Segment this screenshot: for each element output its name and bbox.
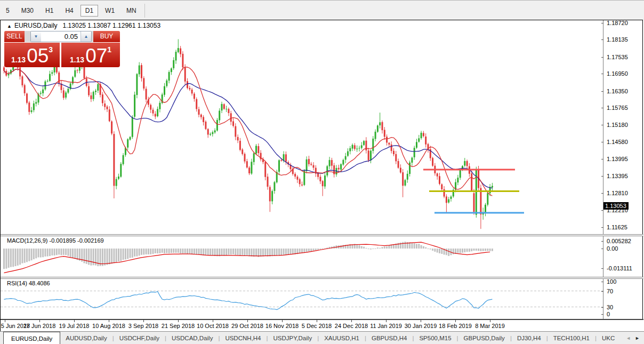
price-axis-tick [601,125,603,125]
chart-tab-eurusd[interactable]: EURUSD,Daily [3,332,60,344]
tab-scroll-right-icon[interactable]: ► [633,335,642,341]
candle-body [308,159,310,164]
candle-body [324,175,326,187]
macd-bar [448,249,449,256]
macd-bar [303,249,305,252]
candle-body [347,151,349,156]
candle-body [173,60,174,68]
candle-body [182,54,183,67]
timeframe-button-h4[interactable]: H4 [60,5,78,17]
chart-tab-ukc[interactable]: UKC [597,332,620,344]
date-axis-label: 16 Nov 2018 [265,323,299,329]
rsi-panel[interactable] [1,279,603,319]
candle-body [313,165,315,168]
candle-body [345,156,347,160]
date-axis-label: 8 Mar 2019 [475,323,505,329]
volume-increase-icon[interactable]: ▲ [80,31,91,42]
chart-tab-gbpusd[interactable]: GBPUSD,Daily [458,332,510,344]
candle-body [102,94,103,103]
candle-body [184,68,186,82]
macd-bar [460,249,461,253]
candle-body [54,67,55,73]
candle-body [349,148,351,151]
date-axis-label: 27 Jun 2018 [23,323,56,329]
buy-button[interactable]: BUY [93,31,120,42]
volume-input[interactable]: 0.05 [41,31,80,42]
candle-body [178,48,179,52]
candle-body [116,179,117,186]
macd-bar [173,249,174,253]
macd-bar [370,249,372,250]
candle-body [120,164,122,177]
candle-body [132,117,133,137]
macd-bar [84,249,85,263]
price-axis-tick [601,57,603,58]
chart-tab-usdcnh[interactable]: USDCNH,H4 [220,332,266,344]
macd-bar [482,249,484,251]
chart-tab-usdcad[interactable]: USDCAD,Daily [166,332,218,344]
macd-bar [434,249,436,252]
timeframe-button-mn[interactable]: MN [122,5,141,17]
candle-body [294,174,296,177]
buy-price-button[interactable]: 1.13 07 1 [61,43,120,67]
price-axis-label: 1.16350 [607,88,628,94]
price-axis-label: 1.13995 [607,156,628,162]
macd-bar [200,249,202,255]
macd-bar [3,249,5,269]
candle-body [269,187,271,202]
candle-body [257,146,259,153]
macd-bar [340,245,342,249]
collapse-icon[interactable]: ▲ [7,23,12,29]
chart-tab-dj30[interactable]: DJ30,H4 [512,332,546,344]
volume-stepper: ▼ 0.05 ▲ [30,31,92,42]
candle-body [471,173,472,190]
macd-bar [235,249,236,255]
candle-body [150,105,151,110]
candle-body [361,145,363,148]
chart-tab-tech100[interactable]: TECH100,H1 [548,332,595,344]
macd-bar [175,249,177,253]
chart-tab-xauusd[interactable]: XAUUSD,H1 [319,332,365,344]
candle-body [356,149,358,149]
chart-tab-usdjpy[interactable]: USDJPY,Daily [268,332,317,344]
candle-body [157,109,158,116]
macd-bar [262,249,264,257]
timeframe-button-h1[interactable]: H1 [41,5,58,17]
candle-body [118,177,119,179]
sell-price-button[interactable]: 1.13 05 3 [4,43,60,67]
sell-button[interactable]: SELL [4,31,25,42]
trade-prices-row: 1.13 05 3 1.13 07 1 [4,43,120,67]
candle-body [241,149,243,154]
candle-body [460,170,461,178]
timeframe-button-5[interactable]: 5 [1,5,14,17]
macd-bar [74,249,76,259]
candle-body [49,74,51,81]
candle-body [437,173,438,177]
timeframe-button-w1[interactable]: W1 [100,5,119,17]
chart-tab-gbpusd[interactable]: GBPUSD,H4 [366,332,412,344]
tab-scroll-left-icon[interactable]: ◄ [624,335,633,341]
candle-body [223,104,225,109]
macd-bar [466,249,468,252]
date-axis[interactable]: 5 Jun 201827 Jun 201819 Jul 201810 Aug 2… [1,319,643,332]
candle-body [8,74,10,75]
chart-tab-sp500[interactable]: SP500,M15 [414,332,456,344]
candle-body [425,137,426,145]
chart-tab-usdchf[interactable]: USDCHF,Daily [114,332,165,344]
timeframe-button-m30[interactable]: M30 [17,5,38,17]
price-axis-label: 1.14580 [607,139,628,145]
macd-bar [416,244,417,249]
date-axis-label: 10 Aug 2018 [92,323,125,329]
macd-bar [219,249,220,256]
candle-body [402,172,404,186]
candle-body [31,110,33,112]
candle-body [421,133,422,138]
candle-body [244,154,246,161]
macd-bar [72,249,74,258]
candle-body [391,145,392,151]
timeframe-button-d1[interactable]: D1 [80,5,98,17]
volume-decrease-icon[interactable]: ▼ [31,31,41,42]
price-axis[interactable]: 1.187201.181351.175351.169501.163501.157… [603,20,644,320]
chart-tab-audusd[interactable]: AUDUSD,Daily [60,332,112,344]
candle-body [235,126,236,137]
